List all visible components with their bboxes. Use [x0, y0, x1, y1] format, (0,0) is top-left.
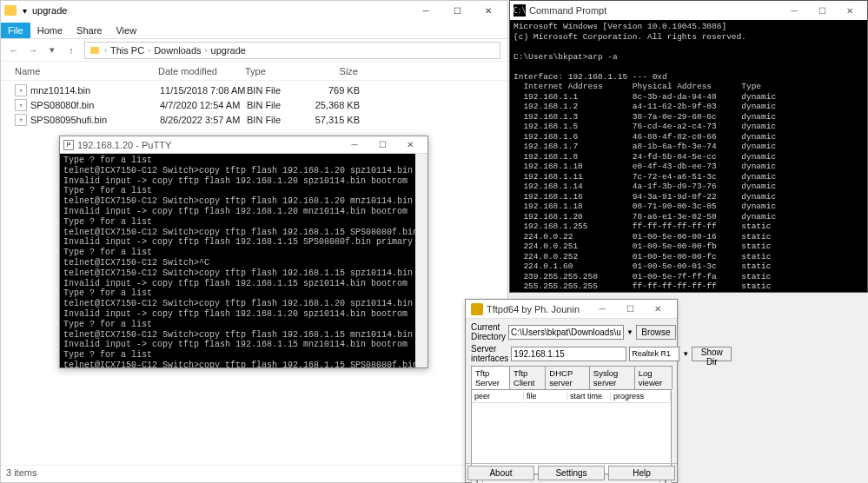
transfer-list[interactable]: peer file start time progress [471, 389, 672, 474]
putty-window: P 192.168.1.20 - PuTTY ─ ☐ ✕ Type ? for … [59, 136, 428, 368]
tftpd-window: Tftpd64 by Ph. Jounin ─ ☐ ✕ Current Dire… [465, 299, 678, 483]
file-icon: ▫ [15, 99, 27, 111]
cmd-terminal[interactable]: Microsoft Windows [Version 10.0.19045.30… [510, 20, 867, 314]
tftpd-title: Tftpd64 by Ph. Jounin [487, 304, 580, 314]
putty-titlebar[interactable]: P 192.168.1.20 - PuTTY ─ ☐ ✕ [60, 136, 427, 154]
address-bar[interactable]: › This PC › Downloads › upgrade [84, 42, 500, 59]
about-button[interactable]: About [467, 466, 534, 480]
close-button[interactable]: ✕ [473, 1, 504, 20]
folder-icon [4, 4, 17, 17]
close-button[interactable]: ✕ [644, 301, 672, 318]
cmd-titlebar[interactable]: C:\ Command Prompt ─ ☐ ✕ [510, 1, 867, 20]
dropdown-icon[interactable]: ▾ [18, 4, 30, 17]
file-row[interactable]: ▫mnz10114.bin11/15/2018 7:08 AMBIN File7… [15, 83, 494, 97]
file-icon: ▫ [15, 84, 27, 96]
nav-bar: ← → ▾ ↑ › This PC › Downloads › upgrade [1, 39, 507, 62]
chevron-icon[interactable]: › [203, 46, 209, 55]
browse-button[interactable]: Browse [636, 325, 676, 340]
iface-input[interactable] [511, 347, 626, 361]
col-date[interactable]: Date modified [158, 66, 245, 76]
back-button[interactable]: ← [4, 41, 23, 60]
col-peer[interactable]: peer [472, 392, 524, 400]
file-icon: ▫ [15, 114, 27, 126]
tab-tftp-client[interactable]: Tftp Client [509, 366, 546, 389]
close-button[interactable]: ✕ [396, 136, 424, 154]
file-list[interactable]: ▫mnz10114.bin11/15/2018 7:08 AMBIN File7… [1, 81, 507, 129]
col-progress[interactable]: progress [611, 392, 671, 400]
chevron-icon[interactable]: › [146, 46, 152, 55]
explorer-titlebar[interactable]: ▾ upgrade ─ ☐ ✕ [1, 1, 507, 20]
maximize-button[interactable]: ☐ [368, 136, 396, 154]
cmd-icon: C:\ [514, 4, 526, 17]
col-size[interactable]: Size [306, 66, 358, 76]
tab-home[interactable]: Home [30, 23, 70, 38]
explorer-title: upgrade [32, 5, 67, 16]
col-start[interactable]: start time [567, 392, 611, 400]
status-bar: 3 items [1, 465, 507, 482]
scrollbar[interactable] [415, 154, 427, 367]
tftpd-icon [471, 303, 483, 315]
dir-input[interactable] [508, 325, 624, 340]
column-headers: Name Date modified Type Size [1, 62, 507, 81]
col-file[interactable]: file [524, 392, 567, 400]
tftpd-tabs: Tftp Server Tftp Client DHCP server Sysl… [471, 366, 672, 389]
up-button[interactable]: ↑ [62, 41, 81, 60]
tab-tftp-server[interactable]: Tftp Server [471, 366, 510, 389]
dir-label: Current Directory [471, 322, 506, 341]
file-row[interactable]: ▫SPS08080f.bin4/7/2020 12:54 AMBIN File2… [15, 97, 494, 112]
iface-name[interactable] [629, 347, 679, 361]
maximize-button[interactable]: ☐ [808, 2, 836, 19]
putty-title: 192.168.1.20 - PuTTY [77, 140, 171, 150]
showdir-button[interactable]: Show Dir [692, 347, 732, 361]
file-row[interactable]: ▫SPS08095hufi.bin8/26/2022 3:57 AMBIN Fi… [15, 112, 494, 127]
minimize-button[interactable]: ─ [588, 301, 616, 318]
tab-file[interactable]: File [1, 23, 30, 38]
ribbon-tabs: File Home Share View [1, 20, 507, 39]
folder-icon [89, 44, 101, 56]
dropdown-icon[interactable]: ▼ [626, 328, 633, 336]
recent-dropdown[interactable]: ▾ [43, 41, 62, 60]
minimize-button[interactable]: ─ [780, 2, 808, 19]
breadcrumb-downloads[interactable]: Downloads [152, 45, 202, 56]
maximize-button[interactable]: ☐ [441, 1, 473, 20]
help-button[interactable]: Help [608, 466, 675, 480]
putty-icon: P [63, 140, 74, 150]
tab-log-viewer[interactable]: Log viewer [634, 366, 673, 389]
breadcrumb-upgrade[interactable]: upgrade [209, 45, 248, 56]
cmd-window: C:\ Command Prompt ─ ☐ ✕ Microsoft Windo… [509, 0, 868, 293]
tab-dhcp-server[interactable]: DHCP server [545, 366, 590, 389]
iface-label: Server interfaces [471, 344, 508, 363]
dropdown-icon[interactable]: ▼ [682, 350, 689, 358]
breadcrumb-thispc[interactable]: This PC [109, 45, 146, 56]
tab-view[interactable]: View [109, 23, 143, 38]
tab-syslog-server[interactable]: Syslog server [589, 366, 635, 389]
col-name[interactable]: Name [15, 66, 158, 76]
col-type[interactable]: Type [245, 66, 306, 76]
maximize-button[interactable]: ☐ [616, 301, 644, 318]
putty-terminal[interactable]: Type ? for a list telnet@ICX7150-C12 Swi… [60, 154, 427, 367]
tftpd-titlebar[interactable]: Tftpd64 by Ph. Jounin ─ ☐ ✕ [466, 300, 677, 319]
tab-share[interactable]: Share [70, 23, 109, 38]
cmd-title: Command Prompt [529, 5, 606, 16]
minimize-button[interactable]: ─ [410, 1, 441, 20]
settings-button[interactable]: Settings [538, 466, 605, 480]
chevron-icon[interactable]: › [103, 46, 109, 55]
minimize-button[interactable]: ─ [341, 136, 368, 154]
forward-button[interactable]: → [23, 41, 43, 60]
close-button[interactable]: ✕ [836, 2, 864, 19]
